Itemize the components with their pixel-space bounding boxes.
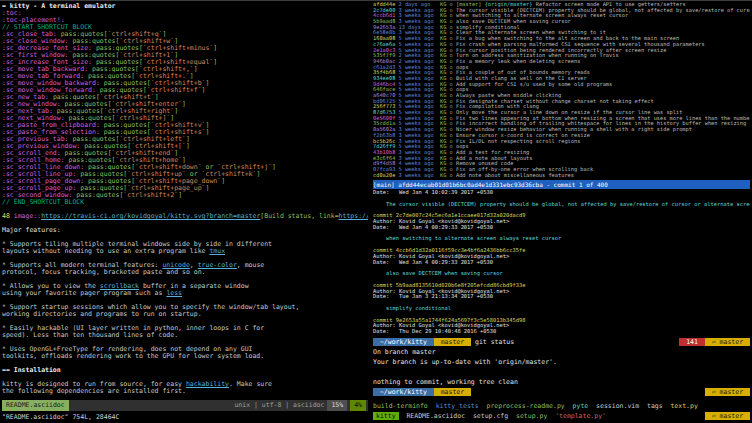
text-segment: :sc_scroll_page_down: [2, 178, 84, 185]
commit-detail-pane[interactable]: Date: Wed Jan 4 10:02:39 2017 +0530 The … [373, 190, 750, 336]
terminal-line [2, 297, 368, 304]
text-segment: Author: Kovid Goyal <kovid@kovidgoyal.ne… [373, 219, 509, 224]
text-segment: // END_SHORTCUT_BLOCK [2, 199, 84, 206]
text-segment: Fix a bug when switching to the alt scre… [456, 36, 679, 41]
text-segment: speed). Less than ten thousand lines of … [2, 332, 178, 339]
text-segment: [master] [456, 2, 485, 7]
text-segment: ⏎ master [705, 412, 750, 420]
text-segment: c61a2d3 [373, 65, 399, 70]
editor-pane[interactable]: = kitty - A terminal emulator:toc::toc-p… [2, 3, 368, 400]
terminal-line: :sc_move_window_forward: pass:quotes[`ct… [2, 87, 368, 94]
terminal-line [2, 206, 368, 213]
git-log-pane[interactable]: afdd44e 2 days ago KG o [master] {origin… [373, 2, 750, 180]
text-segment: 141 [679, 338, 705, 346]
text-segment: ⏎ master [705, 338, 750, 346]
text-segment: * Supports tiling multiple terminal wind… [2, 241, 272, 248]
terminal-line: ~/work/kitty master ⏎ master [373, 387, 750, 397]
text-segment: KG [440, 99, 450, 104]
text-segment: KG [440, 93, 450, 98]
text-segment: `ctrl+shift+,` [139, 66, 194, 73]
text-segment: KG [440, 30, 450, 35]
text-segment: ] [174, 150, 178, 157]
text-segment: Add note about miscellaneous features [456, 173, 574, 178]
text-segment: tags [647, 402, 663, 410]
text-segment: `ctrl+shift+q` [108, 31, 163, 38]
text-segment: kitty [373, 412, 399, 420]
text-segment: 7d26ff9 [373, 144, 399, 149]
text-segment: ] [206, 80, 210, 87]
text-segment: 5 weeks ago [399, 42, 440, 47]
text-segment: :sc_first_window: [2, 52, 69, 59]
text-segment: The cursor visible (DECTCEM) property sh… [373, 202, 750, 207]
text-segment [373, 231, 376, 236]
text-segment: https://travis-ci.org/kovidgoyal/kitty [339, 213, 368, 220]
shell-pane-top[interactable]: ~/work/kitty master git status 141 ⏎ mas… [373, 337, 750, 400]
text-segment: ] [174, 52, 178, 59]
text-segment: KG [440, 19, 450, 24]
terminal-line: :sc_scroll_line_up: pass:quotes[`ctrl+sh… [2, 171, 368, 178]
shell-pane-bottom[interactable]: build-terminfo kitty_tests preprocess-re… [373, 401, 750, 422]
text-segment: preprocess-readme.py [487, 402, 565, 410]
terminal-line: :sc_close_window: pass:quotes[`ctrl+shif… [2, 38, 368, 45]
text-segment: ] [213, 45, 217, 52]
text-segment: 'template.py' [555, 412, 606, 420]
text-segment: 6e58e0b [373, 30, 399, 35]
terminal-line [2, 255, 368, 262]
text-segment: 3 weeks ago [399, 19, 440, 24]
text-segment [373, 368, 377, 376]
text-segment: :sc_close_window: [2, 38, 69, 45]
text-segment: KG [440, 87, 450, 92]
text-segment: kitty is designed to run from source, fo… [2, 381, 186, 388]
shell-bottom-output: build-terminfo kitty_tests preprocess-re… [373, 401, 750, 421]
text-segment: pass:quotes[ [69, 38, 120, 45]
vim-statusline: README.asciidoc unix | utf-8 | asciidoc … [2, 400, 368, 411]
text-segment: 5b9aad8 [373, 19, 399, 24]
text-segment [2, 220, 6, 227]
text-segment: pass:quotes[ [53, 108, 104, 115]
text-segment: 3 weeks ago [399, 150, 440, 155]
text-segment: 5 weeks ago [399, 36, 440, 41]
text-segment: KG [440, 104, 450, 109]
text-segment: 5 weeks ago [399, 48, 440, 53]
text-segment: Fix two lines appearing at bottom when r… [456, 116, 750, 121]
terminal-line: build-terminfo kitty_tests preprocess-re… [373, 401, 750, 411]
terminal-line: kitty README.asciidoc setup.cfg setup.py… [373, 411, 750, 421]
terminal-line [2, 318, 368, 325]
text-segment: Fix a memory leak when deleting screens [456, 59, 580, 64]
text-segment: KG [440, 53, 450, 58]
text-segment: 5 weeks ago [399, 167, 440, 172]
terminal-line: :toc-placement!: [2, 17, 368, 24]
text-segment: KG [440, 42, 450, 47]
text-segment: pass:quotes[ [69, 52, 120, 59]
text-segment: ~/work/kitty [373, 388, 434, 396]
text-segment: `ctrl+shift+up` [127, 171, 186, 178]
terminal-line: :sc_close_tab: pass:quotes[`ctrl+shift+q… [2, 31, 368, 38]
text-segment: unicode [162, 262, 189, 269]
text-segment: 13 days ago [399, 25, 440, 30]
text-segment: 3 weeks ago [399, 8, 440, 13]
text-segment: c76ae6a [373, 42, 399, 47]
text-segment: `ctrl+shift+minus` [143, 45, 213, 52]
text-segment: 48 [2, 213, 14, 220]
text-segment: pass:quotes[ [100, 129, 151, 136]
text-segment: :sc_new_window: [2, 101, 61, 108]
terminal-line: :sc_move_window_backward: pass:quotes[`c… [2, 80, 368, 87]
terminal-line: nothing to commit, working tree clean [373, 377, 750, 387]
terminal-line: :sc_new_tab: pass:quotes[`ctrl+shift+t`] [2, 94, 368, 101]
text-segment: Fix designate_charset without change_cha… [456, 99, 654, 104]
text-segment: pass:quotes[ [65, 157, 116, 164]
kitty-terminal-window: = kitty - A terminal emulator:toc::toc-p… [0, 0, 752, 423]
text-segment: 3 weeks ago [399, 139, 440, 144]
text-segment: // START_SHORTCUT_BLOCK [2, 24, 92, 31]
text-segment: ] [194, 66, 198, 73]
terminal-line: :sc_previous_tab: pass:quotes[`ctrl+shif… [2, 136, 368, 143]
text-segment: ] [213, 59, 217, 66]
text-segment: KG [440, 127, 450, 132]
text-segment: pass:quotes[ [80, 143, 131, 150]
text-segment: true-color [198, 262, 237, 269]
text-segment: also save DECTCEM when saving cursor [456, 19, 571, 24]
text-segment: `ctrl+shift+right` [104, 108, 174, 115]
text-segment: KG [440, 116, 450, 121]
text-segment: 160aa08 [373, 36, 399, 41]
terminal-line [373, 367, 750, 377]
